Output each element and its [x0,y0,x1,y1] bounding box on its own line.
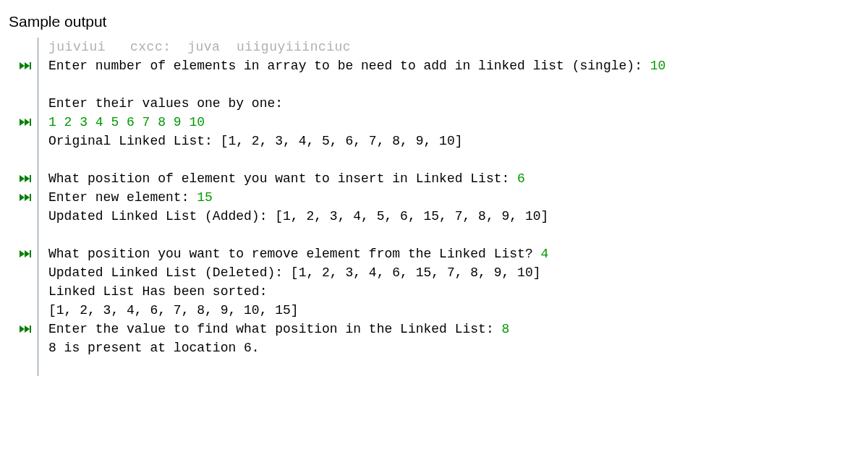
program-output-text: Enter number of elements in array to be … [48,56,650,75]
user-input-text: 10 [650,56,666,75]
svg-marker-9 [20,194,25,201]
input-marker [13,188,38,207]
gutter [13,38,38,376]
svg-marker-7 [25,175,30,182]
console-line: 8 is present at location 6. [48,338,859,357]
user-input-text: 1 2 3 4 5 6 7 8 9 10 [48,113,205,132]
svg-rect-5 [30,119,31,126]
input-marker [13,56,38,75]
svg-marker-4 [25,119,30,126]
input-marker-icon [20,61,31,70]
console-line: Original Linked List: [1, 2, 3, 4, 5, 6,… [48,132,859,150]
console-line [48,75,859,94]
console-line: What position you want to remove element… [48,244,859,263]
program-output-text: What position of element you want to ins… [48,169,517,188]
console-line: [1, 2, 3, 4, 6, 7, 8, 9, 10, 15] [48,301,859,320]
gutter-row [13,338,38,357]
input-marker [13,320,38,338]
program-output-text: Original Linked List: [1, 2, 3, 4, 5, 6,… [48,132,463,150]
page: Sample output juiviui cxcc: juva uiiguyi… [0,0,868,473]
console-line: Linked List Has been sorted: [48,282,859,301]
program-output-text: Linked List Has been sorted: [48,282,267,301]
svg-marker-13 [25,250,30,257]
program-output-text: What position you want to remove element… [48,244,541,263]
console-content: juiviui cxcc: juva uiiguyiiinciuc Enter … [38,38,859,376]
program-output-text: [1, 2, 3, 4, 6, 7, 8, 9, 10, 15] [48,301,299,320]
input-marker [13,169,38,188]
console-line [48,357,859,376]
input-marker-icon [20,193,31,202]
svg-rect-2 [30,62,31,69]
console-line: Updated Linked List (Added): [1, 2, 3, 4… [48,207,859,226]
gutter-row [13,75,38,94]
user-input-text: 6 [517,169,525,188]
input-marker-icon [20,325,31,333]
console-line [48,150,859,169]
console-output: juiviui cxcc: juva uiiguyiiinciuc Enter … [13,38,859,376]
program-output-text: 8 is present at location 6. [48,338,260,357]
svg-marker-16 [25,325,30,333]
gutter-row [13,207,38,226]
user-input-text: 8 [502,320,510,338]
console-line: Enter number of elements in array to be … [48,56,859,75]
svg-rect-11 [30,194,31,201]
gutter-row [13,38,38,56]
svg-rect-14 [30,250,31,257]
program-output-text: Updated Linked List (Deleted): [1, 2, 3,… [48,263,541,282]
console-line: Enter new element: 15 [48,188,859,207]
svg-marker-1 [25,62,30,69]
gutter-row [13,301,38,320]
console-line: Updated Linked List (Deleted): [1, 2, 3,… [48,263,859,282]
console-line: Enter their values one by one: [48,94,859,113]
gutter-row [13,150,38,169]
svg-marker-15 [20,325,25,333]
input-marker-icon [20,250,31,258]
console-line: What position of element you want to ins… [48,169,859,188]
partial-cut-line: juiviui cxcc: juva uiiguyiiinciuc [48,38,859,56]
console-line: Enter the value to find what position in… [48,320,859,338]
input-marker [13,113,38,132]
gutter-row [13,94,38,113]
svg-marker-12 [20,250,25,257]
svg-marker-0 [20,62,25,69]
console-line: 1 2 3 4 5 6 7 8 9 10 [48,113,859,132]
input-marker-icon [20,118,31,127]
svg-marker-10 [25,194,30,201]
program-output-text: Enter the value to find what position in… [48,320,502,338]
program-output-text: Enter new element: [48,188,197,207]
svg-rect-17 [30,325,31,333]
gutter-row [13,282,38,301]
section-heading: Sample output [9,13,859,30]
input-marker [13,244,38,263]
svg-marker-6 [20,175,25,182]
gutter-row [13,226,38,244]
console-line [48,226,859,244]
user-input-text: 4 [541,244,549,263]
program-output-text: Updated Linked List (Added): [1, 2, 3, 4… [48,207,548,226]
gutter-row [13,263,38,282]
gutter-row [13,132,38,150]
svg-rect-8 [30,175,31,182]
input-marker-icon [20,174,31,183]
svg-marker-3 [20,119,25,126]
program-output-text: Enter their values one by one: [48,94,283,113]
user-input-text: 15 [197,188,213,207]
gutter-row [13,357,38,376]
